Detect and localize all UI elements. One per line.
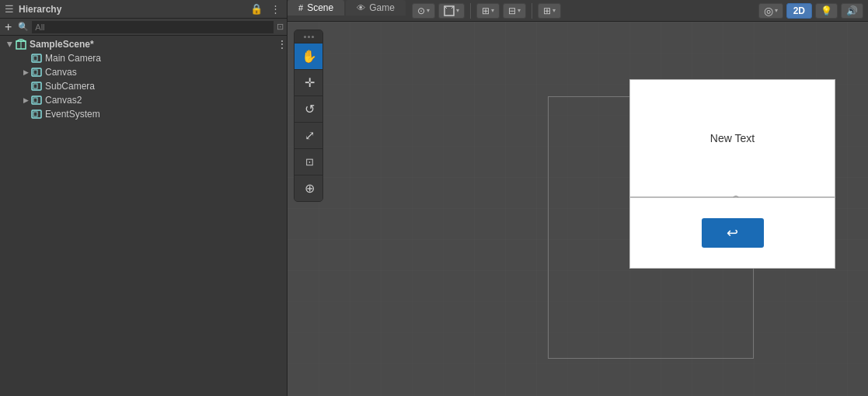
- toolbar-view-mode-btn[interactable]: ⊙ ▾: [412, 3, 435, 19]
- scene-tab-hash-icon: #: [298, 3, 303, 12]
- tree-item-canvas2[interactable]: ▶ Canvas2: [0, 93, 287, 107]
- tree-item-eventsystem[interactable]: ▶ EventSystem: [0, 107, 287, 121]
- subcamera-icon: [31, 81, 42, 92]
- scene-cube-icon: [16, 39, 26, 50]
- hierarchy-list-icon: ☰: [5, 3, 14, 15]
- audio-icon: 🔊: [846, 5, 858, 16]
- tree-item-subcamera[interactable]: ▶ SubCamera: [0, 79, 287, 93]
- toolbar-right: ◎ ▾ 2D 💡 🔊: [758, 3, 863, 19]
- scene-toolbar: ⊙ ▾ ▾ ⊞ ▾ ⊟ ▾ ⊞ ▾: [407, 0, 868, 21]
- toolbar-audio-button[interactable]: 🔊: [841, 3, 863, 19]
- tool-move-button[interactable]: ✛: [295, 69, 323, 96]
- tab-game[interactable]: 👁 Game: [346, 0, 406, 16]
- canvas2-label: Canvas2: [45, 95, 82, 106]
- tree-item-sample-scene[interactable]: ▶ SampleScene* ⋮: [0, 37, 287, 51]
- subcamera-label: SubCamera: [45, 81, 95, 92]
- blue-button[interactable]: ↩: [702, 218, 764, 248]
- hierarchy-add-button[interactable]: +: [3, 21, 13, 33]
- hierarchy-lock-button[interactable]: 🔒: [249, 4, 264, 14]
- gizmo-dropdown-arrow: ▾: [491, 7, 494, 14]
- 3d-mode-dropdown-arrow: ▾: [456, 7, 459, 14]
- grid-dropdown-arrow: ▾: [553, 7, 556, 14]
- svg-rect-4: [33, 56, 37, 61]
- scene-name: SampleScene*: [30, 39, 94, 50]
- snap-dropdown-arrow: ▾: [518, 7, 521, 14]
- svg-rect-8: [33, 84, 37, 89]
- toolbar-grid-btn[interactable]: ⊞ ▾: [538, 3, 561, 19]
- eventsystem-label: EventSystem: [45, 109, 100, 120]
- main-camera-icon: [31, 53, 42, 64]
- handle-dot-1: [304, 36, 306, 38]
- canvas-button-panel[interactable]: ↩: [629, 197, 835, 269]
- search-clear-icon[interactable]: ⊡: [277, 22, 284, 32]
- gizmos-circle-icon: ◎: [764, 5, 773, 17]
- snap-icon: ⊟: [508, 5, 516, 16]
- toolbar-sep-2: [532, 3, 532, 19]
- toolbar-snap-btn[interactable]: ⊟ ▾: [503, 3, 526, 19]
- gizmos-circle-dropdown-arrow: ▾: [775, 7, 778, 14]
- scale-icon: ⤢: [305, 128, 315, 143]
- tree-arrow-canvas2: ▶: [20, 96, 31, 104]
- tree-item-main-camera[interactable]: ▶ Main Camera: [0, 51, 287, 65]
- scene-menu-icon[interactable]: ⋮: [277, 39, 287, 50]
- rotate-icon: ↺: [305, 102, 315, 116]
- tool-rotate-button[interactable]: ↺: [295, 96, 323, 122]
- hierarchy-search-input[interactable]: [32, 21, 274, 33]
- toolbar-3d-mode-btn[interactable]: ▾: [438, 3, 465, 19]
- hierarchy-header: ☰ Hierarchy 🔒 ⋮: [0, 0, 287, 19]
- hierarchy-content: ▶ SampleScene* ⋮ ▶ Main Camera ▶: [0, 36, 287, 396]
- search-icon: 🔍: [18, 22, 29, 32]
- hierarchy-panel: ☰ Hierarchy 🔒 ⋮ + 🔍 ⊡ ▶ SampleScene* ⋮: [0, 0, 288, 396]
- toolbar-gizmo-btn[interactable]: ⊞ ▾: [476, 3, 500, 19]
- view-mode-icon: ⊙: [417, 5, 425, 16]
- scene-view[interactable]: ✋ ✛ ↺ ⤢ ⊡ ⊕: [288, 22, 868, 396]
- hierarchy-title: Hierarchy: [19, 4, 244, 15]
- scene-panel: # Scene 👁 Game ⊙ ▾ ▾ ⊞: [288, 0, 868, 396]
- canvas-icon: [31, 67, 42, 78]
- tool-scale-button[interactable]: ⤢: [295, 122, 323, 148]
- svg-rect-10: [33, 98, 37, 102]
- tree-arrow-canvas: ▶: [20, 68, 31, 76]
- view-mode-dropdown-arrow: ▾: [427, 7, 430, 14]
- game-tab-label: Game: [369, 2, 395, 13]
- new-text-label: New Text: [710, 132, 755, 144]
- svg-rect-12: [33, 112, 37, 116]
- toolbar-2d-button[interactable]: 2D: [786, 3, 812, 19]
- hand-icon: ✋: [302, 49, 317, 64]
- move-icon: ✛: [305, 75, 315, 90]
- svg-rect-6: [33, 70, 37, 75]
- tool-panel: ✋ ✛ ↺ ⤢ ⊡ ⊕: [294, 30, 323, 202]
- toolbar-light-button[interactable]: 💡: [815, 3, 838, 19]
- tool-panel-handle[interactable]: [295, 30, 322, 43]
- toolbar-sep-1: [470, 3, 471, 19]
- tool-hand-button[interactable]: ✋: [295, 43, 323, 69]
- tree-arrow-sample-scene: ▶: [6, 39, 14, 50]
- canvas-text-panel[interactable]: New Text: [629, 79, 835, 197]
- hierarchy-search-bar: + 🔍 ⊡: [0, 19, 287, 36]
- custom-icon: ⊕: [305, 181, 315, 196]
- main-camera-label: Main Camera: [45, 53, 101, 64]
- handle-dot-2: [308, 36, 310, 38]
- tool-custom-button[interactable]: ⊕: [295, 175, 323, 201]
- canvas-label: Canvas: [45, 67, 77, 78]
- tab-scene[interactable]: # Scene: [288, 0, 344, 16]
- hierarchy-menu-button[interactable]: ⋮: [269, 4, 282, 14]
- hierarchy-header-icons: 🔒 ⋮: [249, 4, 282, 14]
- toolbar-gizmos-circle-btn[interactable]: ◎ ▾: [758, 3, 783, 19]
- rect-icon: ⊡: [305, 156, 314, 168]
- tool-rect-button[interactable]: ⊡: [295, 148, 323, 175]
- scene-tab-label: Scene: [307, 2, 333, 13]
- blue-button-icon: ↩: [727, 224, 738, 241]
- handle-dots: [304, 36, 314, 38]
- eventsystem-icon: [31, 109, 42, 120]
- light-icon: 💡: [821, 5, 832, 16]
- grid-icon: ⊞: [543, 5, 551, 16]
- 3d-mode-icon: [444, 5, 455, 16]
- game-tab-eye-icon: 👁: [357, 3, 365, 12]
- handle-dot-3: [312, 36, 314, 38]
- tree-item-canvas[interactable]: ▶ Canvas: [0, 65, 287, 79]
- gizmo-icon: ⊞: [482, 5, 490, 16]
- canvas2-icon: [31, 95, 42, 106]
